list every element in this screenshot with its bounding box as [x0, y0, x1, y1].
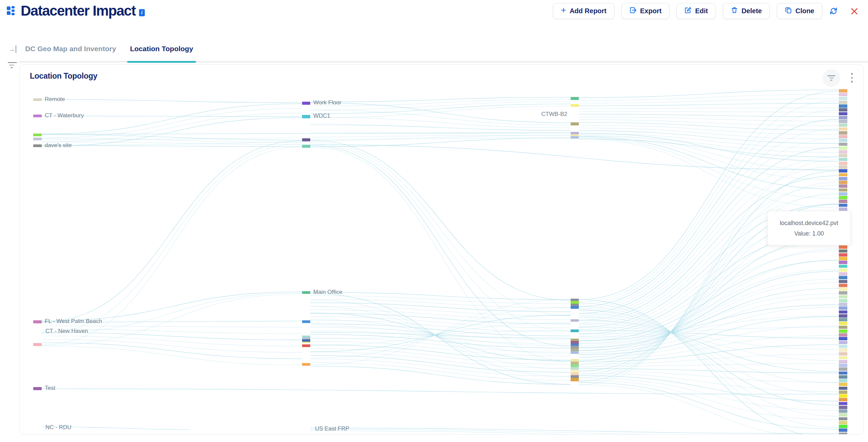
- sankey-node[interactable]: [839, 89, 847, 93]
- sankey-node[interactable]: [571, 122, 579, 125]
- sankey-node[interactable]: [839, 93, 847, 96]
- sankey-node[interactable]: [571, 132, 579, 134]
- delete-button[interactable]: Delete: [723, 3, 770, 19]
- sankey-node[interactable]: [571, 378, 579, 381]
- sankey-node[interactable]: [839, 127, 847, 131]
- sankey-node[interactable]: [839, 253, 847, 257]
- sankey-node[interactable]: [839, 390, 847, 394]
- sankey-node[interactable]: [33, 320, 42, 323]
- sankey-node[interactable]: [839, 433, 847, 435]
- sankey-node[interactable]: [839, 265, 847, 268]
- sankey-node[interactable]: [302, 363, 310, 366]
- sankey-node[interactable]: [302, 102, 310, 105]
- sankey-node[interactable]: [839, 162, 847, 165]
- sankey-node[interactable]: [33, 115, 42, 117]
- sankey-node[interactable]: [839, 398, 847, 401]
- filter-lines-icon[interactable]: [8, 62, 17, 70]
- sankey-node[interactable]: [839, 280, 847, 283]
- sankey-node[interactable]: [839, 417, 847, 421]
- sankey-node[interactable]: [571, 339, 579, 341]
- sankey-node[interactable]: [571, 97, 579, 100]
- sankey-node[interactable]: [33, 144, 42, 147]
- sankey-node[interactable]: [839, 421, 847, 424]
- sankey-node[interactable]: [839, 116, 847, 119]
- sankey-node[interactable]: [839, 97, 847, 100]
- sankey-node[interactable]: [571, 367, 579, 370]
- sankey-node[interactable]: [839, 310, 847, 314]
- sankey-node[interactable]: [839, 291, 847, 295]
- sankey-node[interactable]: [839, 413, 847, 417]
- sankey-node[interactable]: [839, 131, 847, 135]
- sankey-node[interactable]: [839, 120, 847, 123]
- sankey-node[interactable]: [839, 207, 847, 211]
- sankey-node[interactable]: [839, 367, 847, 371]
- sankey-node[interactable]: [571, 104, 579, 107]
- sankey-node[interactable]: [571, 301, 579, 304]
- sankey-node[interactable]: [839, 150, 847, 154]
- sankey-node[interactable]: [839, 428, 847, 432]
- close-icon[interactable]: ×: [850, 6, 860, 16]
- sankey-node[interactable]: [571, 348, 579, 351]
- info-icon[interactable]: i: [139, 9, 145, 16]
- chart-filter-icon[interactable]: [823, 69, 840, 87]
- sankey-node[interactable]: [839, 379, 847, 382]
- sankey-node[interactable]: [839, 329, 847, 333]
- tab-dc-geo-map[interactable]: DC Geo Map and Inventory: [24, 40, 117, 61]
- sankey-node[interactable]: [839, 394, 847, 398]
- sankey-node[interactable]: [33, 343, 42, 346]
- sankey-node[interactable]: [839, 108, 847, 112]
- sankey-node[interactable]: [839, 284, 847, 287]
- sankey-node[interactable]: [839, 204, 847, 207]
- sankey-node[interactable]: [839, 272, 847, 276]
- sankey-node[interactable]: [571, 359, 579, 362]
- sankey-node[interactable]: [571, 304, 579, 306]
- sankey-node[interactable]: [839, 104, 847, 108]
- sankey-node[interactable]: [571, 362, 579, 364]
- sankey-node[interactable]: [302, 115, 310, 118]
- chart-menu-icon[interactable]: [850, 72, 854, 83]
- sankey-node[interactable]: [302, 339, 310, 342]
- sankey-node[interactable]: [839, 135, 847, 138]
- edit-button[interactable]: Edit: [676, 3, 716, 19]
- sankey-node[interactable]: [839, 318, 847, 321]
- sankey-node[interactable]: [839, 165, 847, 169]
- sankey-node[interactable]: [839, 146, 847, 150]
- sankey-node[interactable]: [571, 343, 579, 346]
- sankey-node[interactable]: [33, 138, 42, 140]
- sankey-node[interactable]: [839, 287, 847, 291]
- sankey-node[interactable]: [839, 333, 847, 337]
- sankey-node[interactable]: [571, 370, 579, 373]
- sankey-node[interactable]: [839, 200, 847, 203]
- sankey-node[interactable]: [839, 314, 847, 318]
- tab-location-topology[interactable]: Location Topology: [129, 40, 194, 61]
- sankey-node[interactable]: [839, 326, 847, 329]
- sankey-node[interactable]: [839, 409, 847, 413]
- sankey-node[interactable]: [839, 360, 847, 363]
- sankey-node[interactable]: [839, 341, 847, 344]
- sankey-node[interactable]: [571, 136, 579, 139]
- sankey-node[interactable]: [839, 337, 847, 340]
- sankey-node[interactable]: [839, 387, 847, 390]
- sankey-node[interactable]: [571, 375, 579, 378]
- sankey-node[interactable]: [839, 406, 847, 409]
- refresh-icon[interactable]: [829, 7, 838, 15]
- sankey-node[interactable]: [571, 299, 579, 301]
- sankey-node[interactable]: [839, 348, 847, 352]
- sankey-node[interactable]: [839, 188, 847, 192]
- sankey-node[interactable]: [839, 268, 847, 272]
- sankey-node[interactable]: [302, 145, 310, 148]
- sankey-node[interactable]: [839, 143, 847, 146]
- sankey-node[interactable]: [839, 356, 847, 360]
- sankey-node[interactable]: [839, 181, 847, 184]
- export-button[interactable]: Export: [622, 3, 669, 19]
- sankey-node[interactable]: [839, 101, 847, 104]
- sankey-node[interactable]: [839, 322, 847, 325]
- sankey-node[interactable]: [839, 192, 847, 196]
- sankey-node[interactable]: [839, 345, 847, 348]
- sankey-node[interactable]: [839, 112, 847, 116]
- add-report-button[interactable]: +Add Report: [553, 3, 614, 19]
- sankey-node[interactable]: [839, 425, 847, 428]
- sankey-node[interactable]: [839, 306, 847, 310]
- sankey-node[interactable]: [839, 257, 847, 260]
- sankey-node[interactable]: [302, 291, 310, 294]
